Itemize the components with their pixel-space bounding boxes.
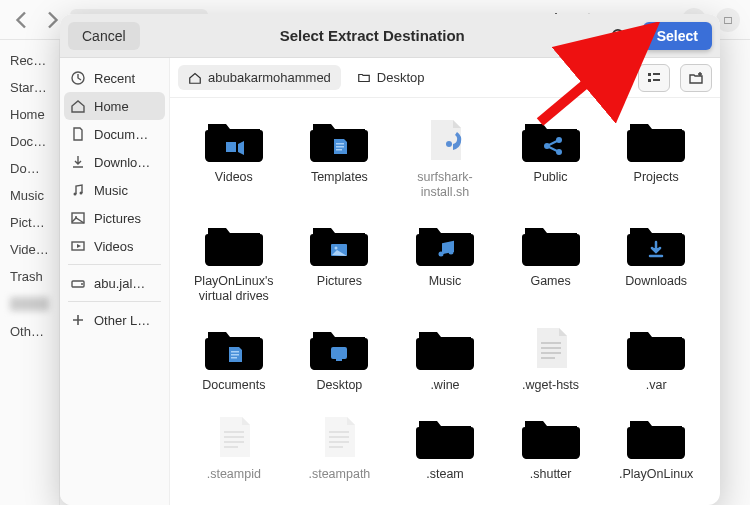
bg-side-downloads[interactable]: Downloads	[6, 156, 53, 181]
grid-item[interactable]: .steampid	[186, 407, 282, 486]
sidebar-item-downloads[interactable]: Downlo…	[60, 148, 169, 176]
grid-item[interactable]: Public	[503, 110, 599, 204]
svg-point-7	[80, 192, 83, 195]
item-label: .steampath	[308, 467, 370, 482]
item-label: Desktop	[316, 378, 362, 393]
clock-icon	[70, 70, 86, 86]
svg-rect-14	[653, 73, 660, 75]
grid-item[interactable]: .steampath	[292, 407, 388, 486]
item-label: .PlayOnLinux	[619, 467, 693, 482]
grid-item[interactable]: Pictures	[292, 214, 388, 308]
svg-rect-31	[332, 348, 346, 358]
grid-item[interactable]: Templates	[292, 110, 388, 204]
crumb-current[interactable]: Desktop	[347, 65, 435, 90]
folder-icon	[202, 322, 266, 374]
folder-icon	[202, 114, 266, 166]
grid-item[interactable]: .wget-hsts	[503, 318, 599, 397]
grid-item[interactable]: .wine	[397, 318, 493, 397]
sidebar-item-other[interactable]: Other L…	[60, 306, 169, 334]
script-icon	[413, 114, 477, 166]
svg-point-6	[74, 193, 77, 196]
svg-rect-19	[336, 149, 342, 151]
dialog-title: Select Extract Destination	[150, 27, 595, 44]
item-label: Templates	[311, 170, 368, 185]
svg-rect-17	[336, 143, 344, 145]
svg-rect-39	[224, 446, 238, 448]
folder-icon	[357, 71, 371, 85]
bg-side-pictures[interactable]: Pictures	[6, 210, 53, 235]
dialog-sidebar: Recent Home Docum… Downlo… Music Picture…	[60, 58, 170, 505]
grid-item[interactable]: .PlayOnLinux	[608, 407, 704, 486]
svg-rect-32	[541, 342, 561, 344]
grid-item[interactable]: .var	[608, 318, 704, 397]
download-icon	[70, 154, 86, 170]
svg-rect-18	[336, 146, 344, 148]
search-icon[interactable]	[605, 22, 633, 50]
sidebar-item-volume[interactable]: abu.jal…	[60, 269, 169, 297]
bg-side-home[interactable]: Home	[6, 102, 53, 127]
grid-item[interactable]: Music	[397, 214, 493, 308]
grid-item[interactable]: surfshark-install.sh	[397, 110, 493, 204]
grid-item[interactable]: .steam	[397, 407, 493, 486]
bg-side-recent[interactable]: Recent	[6, 48, 53, 73]
folder-icon	[413, 411, 477, 463]
folder-icon	[519, 218, 583, 270]
svg-point-4	[613, 29, 623, 39]
sidebar-item-pictures[interactable]: Pictures	[60, 204, 169, 232]
item-label: Documents	[202, 378, 265, 393]
item-label: .wget-hsts	[522, 378, 579, 393]
bg-side-documents[interactable]: Documents	[6, 129, 53, 154]
svg-rect-36	[224, 431, 244, 433]
svg-point-25	[335, 247, 338, 250]
sidebar-item-music[interactable]: Music	[60, 176, 169, 204]
select-button[interactable]: Select	[643, 22, 712, 50]
drive-icon	[70, 275, 86, 291]
sidebar-item-videos[interactable]: Videos	[60, 232, 169, 260]
video-icon	[70, 238, 86, 254]
folder-icon	[413, 322, 477, 374]
bg-side-videos[interactable]: Videos	[6, 237, 53, 262]
bg-side-other[interactable]: Other Locations	[6, 319, 53, 344]
bg-side-trash[interactable]: Trash	[6, 264, 53, 289]
svg-rect-43	[329, 446, 343, 448]
home-icon	[188, 71, 202, 85]
grid-item[interactable]: Projects	[608, 110, 704, 204]
back-button[interactable]	[10, 8, 34, 32]
cancel-button[interactable]: Cancel	[68, 22, 140, 50]
item-label: .shutter	[530, 467, 572, 482]
home-icon	[70, 98, 86, 114]
grid-item[interactable]: Documents	[186, 318, 282, 397]
svg-rect-30	[231, 357, 237, 359]
path-bar: abubakarmohammed Desktop	[170, 58, 720, 98]
file-grid[interactable]: Videos Templates surfshark-install.sh Pu…	[170, 98, 720, 505]
svg-rect-29	[231, 354, 239, 356]
sidebar-item-recent[interactable]: Recent	[60, 64, 169, 92]
grid-item[interactable]: Videos	[186, 110, 282, 204]
svg-rect-41	[329, 436, 349, 438]
item-label: Pictures	[317, 274, 362, 289]
grid-item[interactable]: PlayOnLinux's virtual drives	[186, 214, 282, 308]
bg-side-starred[interactable]: Starred	[6, 75, 53, 100]
grid-item[interactable]: .shutter	[503, 407, 599, 486]
item-label: Public	[534, 170, 568, 185]
file-icon	[519, 322, 583, 374]
svg-point-12	[81, 283, 83, 285]
svg-rect-37	[224, 436, 244, 438]
svg-rect-13	[648, 73, 651, 76]
folder-icon	[307, 114, 371, 166]
list-view-button[interactable]	[638, 64, 670, 92]
item-label: PlayOnLinux's virtual drives	[190, 274, 278, 304]
folder-icon	[519, 114, 583, 166]
item-label: .steampid	[207, 467, 261, 482]
crumb-user[interactable]: abubakarmohammed	[178, 65, 341, 90]
item-label: Downloads	[625, 274, 687, 289]
grid-item[interactable]: Games	[503, 214, 599, 308]
sidebar-item-documents[interactable]: Docum…	[60, 120, 169, 148]
bg-side-music[interactable]: Music	[6, 183, 53, 208]
grid-item[interactable]: Desktop	[292, 318, 388, 397]
new-folder-button[interactable]	[680, 64, 712, 92]
folder-icon	[624, 411, 688, 463]
folder-icon	[307, 218, 371, 270]
sidebar-item-home[interactable]: Home	[64, 92, 165, 120]
grid-item[interactable]: Downloads	[608, 214, 704, 308]
